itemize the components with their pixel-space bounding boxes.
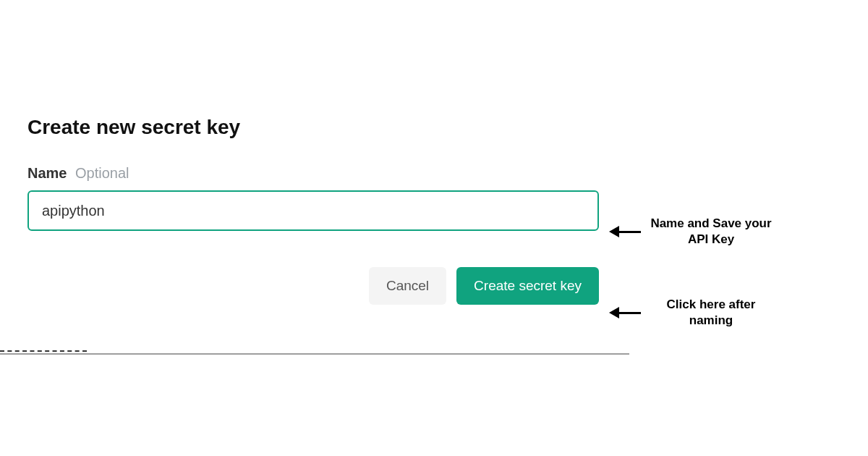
secret-key-name-input[interactable] xyxy=(27,190,599,231)
dialog-button-row: Cancel Create secret key xyxy=(27,267,599,305)
annotation-button-text: Click here after naming xyxy=(650,297,773,329)
separator-line xyxy=(0,353,629,355)
annotation-input: Name and Save your API Key xyxy=(609,216,773,248)
create-secret-key-button[interactable]: Create secret key xyxy=(456,267,599,305)
decorative-dotted-line xyxy=(0,350,87,352)
annotation-button: Click here after naming xyxy=(609,297,773,329)
annotation-input-text: Name and Save your API Key xyxy=(650,216,773,248)
name-field-label-row: Name Optional xyxy=(27,165,599,182)
name-field-hint: Optional xyxy=(75,165,129,181)
create-secret-key-dialog: Create new secret key Name Optional Canc… xyxy=(27,116,599,305)
name-field-label: Name xyxy=(27,165,67,181)
arrow-left-icon xyxy=(609,307,641,318)
arrow-left-icon xyxy=(609,226,641,237)
cancel-button[interactable]: Cancel xyxy=(369,267,446,305)
dialog-title: Create new secret key xyxy=(27,116,599,139)
